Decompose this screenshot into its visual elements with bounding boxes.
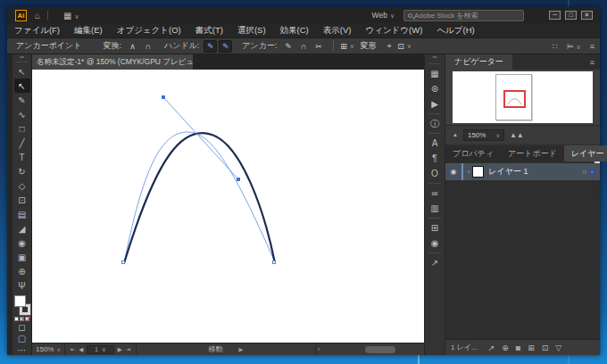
symbols-panel-icon[interactable]: ⊞: [426, 220, 444, 236]
navigator-zoom-in-icon[interactable]: ▲▲: [510, 131, 524, 139]
zoom-level-field[interactable]: 150%∨: [32, 343, 65, 355]
menu-file[interactable]: ファイル(F): [7, 25, 67, 37]
libraries-panel-icon[interactable]: ▦: [426, 66, 444, 81]
artboard-canvas[interactable]: [32, 70, 442, 343]
pen-tool[interactable]: ✎: [14, 93, 30, 107]
asset-export-panel-icon[interactable]: ↗: [426, 255, 444, 270]
curvature-tool[interactable]: ∿: [14, 107, 30, 121]
collect-for-export-icon[interactable]: ↗: [488, 343, 495, 352]
selection-tool[interactable]: ↖: [14, 64, 30, 79]
artboard-number-field[interactable]: 1∨: [87, 345, 113, 354]
dock-collapse-icon[interactable]: ••: [433, 54, 437, 62]
actions-panel-icon[interactable]: ⊛: [426, 81, 444, 96]
next-artboard-icon[interactable]: ▶: [118, 346, 122, 353]
adobe-stock-search-input[interactable]: Adobe Stock を検索: [403, 10, 524, 21]
layer-selected-indicator[interactable]: [590, 170, 595, 174]
fill-stroke-swatches[interactable]: [14, 295, 30, 315]
tab-properties[interactable]: プロパティ: [445, 145, 501, 161]
menu-window[interactable]: ウィンドウ(W): [358, 25, 429, 37]
direct-selection-tool[interactable]: ↖: [14, 79, 30, 93]
tab-layers[interactable]: レイヤー: [564, 145, 607, 161]
navigator-zoom-field[interactable]: 150%∨: [463, 129, 504, 141]
line-segment-tool[interactable]: ╱: [14, 136, 30, 150]
hide-handles-icon[interactable]: ✎: [204, 40, 217, 53]
arrange-documents-icon[interactable]: ▦∨: [63, 11, 79, 21]
delete-layer-icon[interactable]: ▽: [555, 343, 561, 352]
status-expand-icon[interactable]: ▶: [239, 346, 244, 353]
align-grid-icon[interactable]: ⊞∨: [341, 40, 354, 53]
show-handles-icon[interactable]: ✎: [219, 40, 232, 53]
width-tool[interactable]: ◇: [14, 178, 30, 193]
menu-object[interactable]: オブジェクト(O): [110, 25, 188, 37]
opentype-panel-icon[interactable]: O: [426, 166, 444, 181]
draw-mode-button[interactable]: ◻: [14, 321, 30, 333]
align-panel-icon[interactable]: ⊨∨: [567, 42, 581, 51]
path-bezier-new[interactable]: [124, 133, 275, 263]
menu-type[interactable]: 書式(T): [188, 25, 230, 37]
close-button[interactable]: ✕: [581, 11, 593, 20]
document-info-panel-icon[interactable]: ⓘ: [426, 116, 444, 131]
horizontal-scroll-thumb[interactable]: [365, 346, 395, 353]
cut-path-icon[interactable]: ✂: [312, 40, 326, 53]
free-transform-tool[interactable]: ⊡: [14, 193, 30, 207]
eyedropper-tool[interactable]: ◢: [14, 221, 30, 236]
actions-play-icon[interactable]: ▶: [426, 96, 444, 112]
isolate-selection-icon[interactable]: ⊡∨: [398, 40, 412, 53]
scroll-left-icon[interactable]: ‹: [318, 346, 320, 352]
layer-name[interactable]: レイヤー 1: [488, 166, 528, 178]
control-menu-icon[interactable]: ≡: [590, 42, 595, 51]
hand-tool[interactable]: Ψ: [14, 278, 30, 293]
handle-point-bottom[interactable]: [237, 178, 240, 181]
color-mode-button[interactable]: [14, 317, 19, 321]
menu-view[interactable]: 表示(V): [316, 25, 359, 37]
artboard-tool[interactable]: ▣: [14, 250, 30, 264]
layer-target-icon[interactable]: ○: [582, 168, 586, 176]
prev-artboard-icon[interactable]: ◀: [79, 346, 83, 353]
tab-navigator[interactable]: ナビゲーター: [445, 54, 512, 70]
remove-anchor-icon[interactable]: ∩: [297, 40, 311, 53]
edit-toolbar-icon[interactable]: ⋯: [14, 344, 30, 355]
menu-effect[interactable]: 効果(C): [273, 25, 316, 37]
tab-artboards[interactable]: アートボード: [501, 145, 564, 161]
blend-tool[interactable]: ◉: [14, 236, 30, 250]
add-anchor-icon[interactable]: ✎: [282, 40, 295, 53]
zoom-tool[interactable]: ⊕: [14, 264, 30, 278]
make-mask-icon[interactable]: ◙: [516, 343, 520, 352]
transform-button[interactable]: 変形: [355, 39, 382, 53]
navigator-preview-area[interactable]: [453, 71, 593, 123]
anchor-point-right[interactable]: [272, 261, 276, 264]
menu-select[interactable]: 選択(S): [230, 25, 273, 37]
brushes-panel-icon[interactable]: ◉: [426, 236, 444, 251]
convert-to-smooth-icon[interactable]: ∩: [141, 40, 154, 53]
artboards-panel-icon[interactable]: ▥: [426, 201, 444, 216]
screen-mode-button[interactable]: ▢: [14, 333, 30, 344]
maximize-button[interactable]: □: [565, 11, 577, 20]
paragraph-panel-icon[interactable]: ¶: [426, 151, 444, 166]
first-artboard-icon[interactable]: ⇤: [71, 346, 75, 353]
document-tab[interactable]: 名称未設定-1* @ 150% (CMYK/GPU プレビュー) ×: [32, 54, 193, 70]
convert-to-corner-icon[interactable]: ∧: [126, 40, 139, 53]
fill-swatch[interactable]: [14, 295, 26, 307]
character-panel-icon[interactable]: A: [426, 136, 444, 151]
new-sublayer-icon[interactable]: ⊞: [528, 343, 535, 352]
none-mode-button[interactable]: [25, 317, 29, 321]
rectangle-tool[interactable]: □: [14, 121, 30, 136]
minimize-button[interactable]: ─: [549, 11, 561, 20]
gradient-mode-button[interactable]: [20, 317, 24, 321]
layer-row[interactable]: ◉ › レイヤー 1 ○: [445, 163, 600, 180]
gradient-tool[interactable]: ▤: [14, 207, 30, 221]
last-artboard-icon[interactable]: ⇥: [126, 346, 130, 353]
workspace-switcher[interactable]: Web∨: [372, 11, 395, 20]
links-panel-icon[interactable]: ∞: [426, 186, 444, 201]
rotate-tool[interactable]: ↻: [14, 164, 30, 178]
new-layer-icon[interactable]: ⊡: [542, 343, 549, 352]
navigator-view-frame[interactable]: [503, 90, 526, 108]
navigator-zoom-out-icon[interactable]: ▲: [453, 132, 458, 137]
snap-options-icon[interactable]: ∷: [553, 42, 558, 51]
type-tool[interactable]: T: [14, 150, 30, 164]
expand-layer-icon[interactable]: ›: [468, 169, 470, 175]
visibility-eye-icon[interactable]: ◉: [445, 168, 461, 176]
app-logo-icon[interactable]: Ai: [15, 10, 27, 21]
toolbar-collapse-icon[interactable]: ••: [20, 54, 24, 60]
menu-help[interactable]: ヘルプ(H): [429, 25, 481, 37]
